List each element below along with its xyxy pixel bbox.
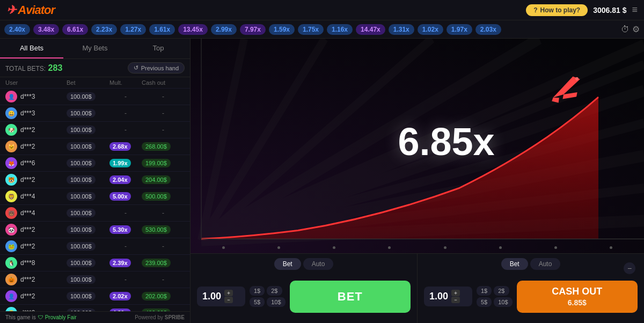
how-to-play-button[interactable]: ? How to play?	[526, 4, 588, 16]
table-header-cell: Mult.	[109, 79, 142, 86]
collapse-button[interactable]: −	[624, 262, 635, 274]
avatar: 👤	[5, 91, 17, 102]
quick-2-btn[interactable]: 2$	[267, 286, 282, 296]
ribbon-multiplier[interactable]: 1.59x	[269, 24, 295, 35]
mult-cell: -	[109, 109, 142, 117]
mult-cell: 2.02x	[109, 292, 142, 300]
bet-button[interactable]: BET	[290, 281, 411, 313]
settings-icon[interactable]: ⚙	[632, 24, 640, 34]
cashout-cell: 239.00$	[142, 259, 185, 267]
ribbon-multiplier[interactable]: 1.27x	[120, 24, 146, 35]
provably-fair: This game is 🛡 Provably Fair	[5, 314, 77, 320]
amount-decrease-btn-2[interactable]: －	[451, 297, 460, 303]
quick-5-btn-2[interactable]: 5$	[477, 297, 492, 307]
ribbon-multiplier[interactable]: 1.31x	[389, 24, 414, 35]
table-row: 🦁d***4100.00$5.00x500.00$	[0, 188, 190, 205]
panel-footer: This game is 🛡 Provably Fair Powered by …	[0, 311, 190, 323]
username: d***2	[20, 292, 35, 300]
ribbon-multiplier[interactable]: 1.61x	[149, 24, 175, 35]
ribbon-multiplier[interactable]: 3.48x	[33, 24, 59, 35]
ribbon-multiplier[interactable]: 2.40x	[4, 24, 30, 35]
quick-1-btn[interactable]: 1$	[250, 286, 265, 296]
bet-amount-cell: 100.00$	[67, 159, 109, 167]
dot	[610, 246, 612, 249]
bet-amount-value-1: 1.00	[202, 291, 221, 302]
bet-amount-cell: 100.00$	[67, 93, 109, 100]
cashout-cell: -	[142, 209, 185, 217]
table-row: 🐸d***2100.00$--	[0, 238, 190, 255]
auto-tab-2[interactable]: Auto	[530, 258, 561, 270]
amount-increase-btn-2[interactable]: ＋	[451, 290, 460, 296]
ribbon-multiplier[interactable]: 1.16x	[327, 24, 353, 35]
bet-amount-cell: 100.00$	[67, 276, 109, 283]
avatar: 👤	[5, 290, 17, 302]
user-cell: 🐻d***4	[5, 207, 67, 219]
table-row: 🐼d***2100.00$5.30x530.00$	[0, 222, 190, 238]
auto-tab-1[interactable]: Auto	[303, 258, 334, 270]
ribbon-multiplier[interactable]: 2.99x	[211, 24, 237, 35]
avatar: 🦁	[5, 190, 17, 202]
bets-list: 👤d***3100.00$--😀d***3100.00$--🐶d***2100.…	[0, 89, 190, 311]
ribbon-multiplier[interactable]: 1.02x	[418, 24, 443, 35]
username: d***8	[20, 259, 35, 267]
main-tab-top[interactable]: Top	[127, 39, 190, 58]
quick-amounts-2: 1$ 2$ 5$ 10$	[477, 286, 513, 307]
main-content: All BetsMy BetsTop TOTAL BETS: 283 ↺ Pre…	[0, 39, 644, 323]
amount-box-1: 1.00 ＋ －	[197, 287, 245, 306]
cashout-button[interactable]: CASH OUT 6.85$	[517, 281, 638, 313]
quick-2-btn-2[interactable]: 2$	[494, 286, 509, 296]
quick-1-btn-2[interactable]: 1$	[477, 286, 492, 296]
table-header-cell: Cash out	[142, 79, 185, 86]
cashout-value: 6.85$	[568, 298, 587, 307]
previous-hand-button[interactable]: ↺ Previous hand	[128, 62, 185, 74]
ribbon-multiplier[interactable]: 2.23x	[91, 24, 117, 35]
bets-table-header: UserBetMult.Cash out	[0, 77, 190, 89]
bet-amount-value-2: 1.00	[429, 291, 448, 302]
left-panel: All BetsMy BetsTop TOTAL BETS: 283 ↺ Pre…	[0, 39, 191, 323]
avatar: 🐻	[5, 207, 17, 219]
amount-increase-btn-1[interactable]: ＋	[224, 290, 233, 296]
quick-5-btn[interactable]: 5$	[250, 297, 265, 307]
ribbon-multiplier[interactable]: 6.61x	[62, 24, 88, 35]
quick-10-btn-2[interactable]: 10$	[494, 297, 512, 307]
mult-cell: -	[109, 276, 142, 283]
ribbon-multiplier[interactable]: 2.03x	[475, 24, 501, 35]
main-tab-my-bets[interactable]: My Bets	[63, 39, 127, 58]
username: d***4	[20, 193, 35, 200]
ribbon-multiplier[interactable]: 14.47x	[356, 24, 385, 35]
history-icon[interactable]: ⏱	[621, 25, 630, 34]
main-tab-all-bets[interactable]: All Bets	[0, 39, 63, 58]
bet-controls-2: 1.00 ＋ － 1$ 2$ 5$ 10$	[424, 274, 638, 319]
menu-icon[interactable]: ≡	[632, 4, 638, 16]
ribbon-multiplier[interactable]: 7.97x	[240, 24, 266, 35]
ribbon-icons: ⏱ ⚙	[621, 24, 640, 34]
ribbon-multiplier[interactable]: 1.97x	[447, 24, 472, 35]
amount-decrease-btn-1[interactable]: －	[224, 297, 233, 303]
avatar: 🎃	[5, 274, 17, 285]
quick-10-btn[interactable]: 10$	[267, 297, 285, 307]
username: d***3	[20, 93, 35, 100]
mult-cell: 2.04x	[109, 176, 142, 183]
user-cell: 😀d***3	[5, 107, 67, 119]
top-bar: ✈ Aviator ? How to play? 3006.81 $ ≡	[0, 0, 644, 20]
mult-cell: -	[109, 93, 142, 100]
dot	[499, 246, 502, 249]
mult-cell: 2.39x	[109, 259, 142, 267]
bet-tab-1[interactable]: Bet	[274, 258, 301, 270]
username: d***2	[20, 176, 35, 183]
avatar: 🐸	[5, 240, 17, 252]
cashout-cell: 268.00$	[142, 143, 185, 150]
dot	[333, 246, 335, 249]
bet-tab-2[interactable]: Bet	[501, 258, 528, 270]
bet-controls-1: 1.00 ＋ － 1$ 2$ 5$ 10$	[197, 274, 411, 319]
ribbon-multiplier[interactable]: 1.75x	[298, 24, 324, 35]
mult-cell: -	[109, 126, 142, 134]
avatar: 🦊	[5, 157, 17, 169]
prev-hand-label: Previous hand	[141, 65, 179, 71]
total-bets-count: 283	[48, 63, 63, 72]
ribbon-multiplier[interactable]: 13.45x	[178, 24, 208, 35]
user-cell: 🐼d***2	[5, 224, 67, 236]
cashout-cell: 530.00$	[142, 226, 185, 233]
user-cell: 🐱d***2	[5, 141, 67, 152]
avatar: 🐧	[5, 257, 17, 269]
